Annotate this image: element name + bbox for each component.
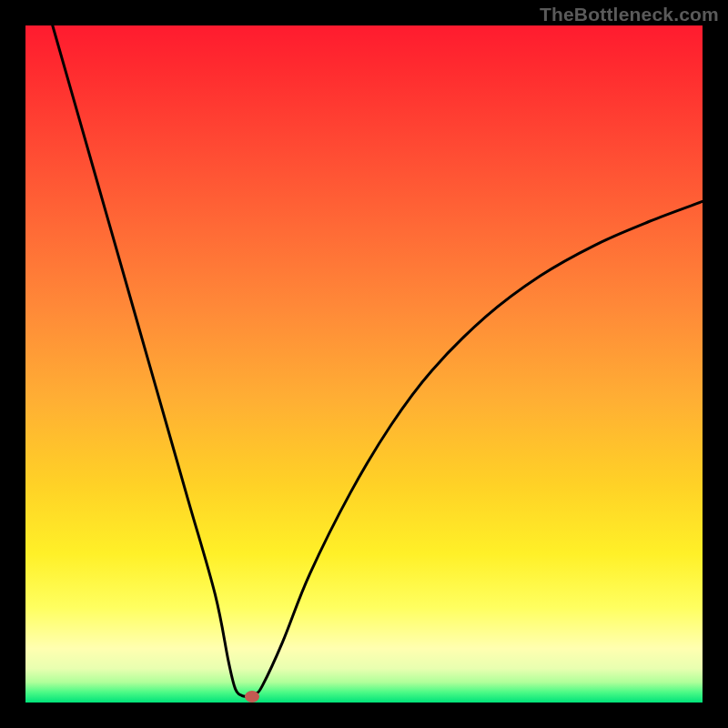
watermark: TheBottleneck.com <box>540 4 719 25</box>
bottleneck-curve <box>53 25 703 696</box>
chart-frame: TheBottleneck.com <box>0 0 728 728</box>
plot-area <box>25 25 703 703</box>
curve-svg <box>25 25 703 703</box>
optimum-marker <box>245 691 259 703</box>
